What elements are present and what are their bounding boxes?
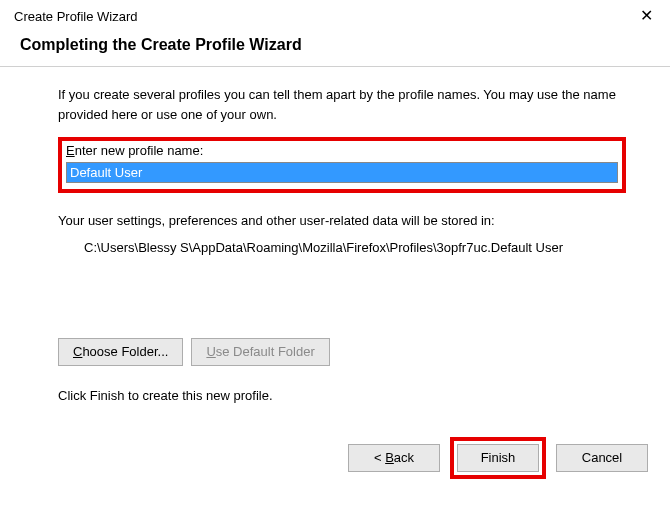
wizard-footer: < Back Finish Cancel [0, 427, 670, 479]
finish-button[interactable]: Finish [457, 444, 539, 472]
finish-highlight: Finish [450, 437, 546, 479]
window-title: Create Profile Wizard [14, 9, 138, 24]
profile-name-input[interactable] [66, 162, 618, 183]
folder-button-row: Choose Folder... Use Default Folder [58, 338, 626, 366]
finish-instruction: Click Finish to create this new profile. [58, 388, 626, 403]
close-icon[interactable]: ✕ [636, 8, 656, 24]
page-title: Completing the Create Profile Wizard [20, 36, 302, 53]
profile-name-section: Enter new profile name: [58, 137, 626, 193]
profile-name-label: Enter new profile name: [66, 143, 618, 158]
wizard-content: If you create several profiles you can t… [0, 67, 670, 403]
use-default-folder-button: Use Default Folder [191, 338, 329, 366]
choose-folder-button[interactable]: Choose Folder... [58, 338, 183, 366]
intro-text: If you create several profiles you can t… [58, 85, 626, 125]
storage-location-label: Your user settings, preferences and othe… [58, 213, 626, 228]
titlebar: Create Profile Wizard ✕ [0, 0, 670, 30]
cancel-button[interactable]: Cancel [556, 444, 648, 472]
storage-path: C:\Users\Blessy S\AppData\Roaming\Mozill… [58, 238, 626, 258]
back-button[interactable]: < Back [348, 444, 440, 472]
wizard-header: Completing the Create Profile Wizard [0, 30, 670, 67]
